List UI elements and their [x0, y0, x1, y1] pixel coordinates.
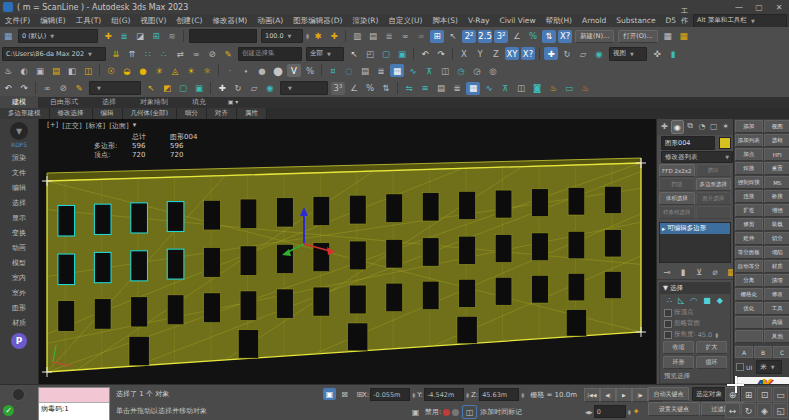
viewport-menu-arrow[interactable]: ▾ [133, 121, 137, 131]
save-icon[interactable]: ▦ [661, 30, 675, 43]
menu-item-7[interactable]: 动画(A) [252, 16, 288, 26]
shading-full-icon[interactable]: ⬤ [271, 64, 285, 77]
plugin-abc-button-1[interactable]: B [754, 346, 772, 358]
unlink-icon[interactable]: ⊘ [205, 47, 219, 60]
save-as-icon[interactable]: ▦ [677, 30, 691, 43]
orbit-light-icon[interactable]: ◐ [17, 64, 31, 77]
workspace-dropdown[interactable]: Alt 菜单和工具栏▼ [693, 14, 787, 28]
plugin-button-l-5[interactable]: 连接 [735, 190, 763, 203]
orbit-icon[interactable]: ↻ [741, 403, 756, 418]
zoom-all-icon[interactable]: ⊞ [741, 387, 756, 402]
mirror-icon[interactable]: ⇋ [402, 82, 416, 95]
ring-button[interactable]: 环形 [663, 356, 694, 369]
lamp-icon[interactable]: ¤ [326, 64, 340, 77]
doc-icon[interactable]: ▤ [366, 30, 380, 43]
menu-item-16[interactable]: Substance [611, 16, 660, 26]
redo-icon[interactable]: ↷ [434, 47, 448, 60]
gear-icon[interactable]: ✱ [311, 30, 325, 43]
sidebar-item-8[interactable]: 室内 [12, 270, 26, 285]
plugin-button-r-9[interactable]: 塌陷 [764, 246, 789, 259]
prev-frame-button[interactable]: ◀| [600, 388, 616, 402]
plugin-button-r-0[interactable]: 视图 [764, 120, 789, 133]
sidebar-item-3[interactable]: 选择 [12, 195, 26, 210]
viewport-layout-icon[interactable]: ▦ [1, 30, 15, 43]
sidebar-item-5[interactable]: 变换 [12, 225, 26, 240]
plugin-button-l-8[interactable]: 延伸 [735, 232, 763, 245]
spinner-snap-icon[interactable]: ⇅ [542, 30, 556, 43]
autosave-clock-icon[interactable]: ◷ [454, 64, 468, 77]
frame-step-icon[interactable]: ◀▶ [585, 409, 593, 415]
menu-item-8[interactable]: 图形编辑器(D) [288, 16, 347, 26]
menu-item-6[interactable]: 修改器(M) [207, 16, 252, 26]
plugin-abc-button-0[interactable]: A [735, 346, 753, 358]
sidebar-item-9[interactable]: 室外 [12, 285, 26, 300]
sphere-light-icon[interactable]: ● [136, 64, 150, 77]
shading-mid-icon[interactable]: ∙ [239, 64, 253, 77]
auto-key-button[interactable]: 自动关键点 [648, 387, 689, 401]
ribbon-panel-3[interactable]: 几何体(全部) [123, 108, 178, 119]
link-icon[interactable]: ∞ [189, 47, 203, 60]
ribbon-panel-1[interactable]: 修改选择 [50, 108, 93, 119]
sidebar-item-10[interactable]: 图形 [12, 300, 26, 315]
pivot-icon[interactable]: ◉ [263, 82, 277, 95]
stack-view-icon[interactable]: ≣ [374, 64, 388, 77]
snap-toggle3-icon[interactable]: 3³ [331, 82, 345, 95]
material-editor-icon[interactable]: ◙ [530, 82, 544, 95]
dope-sheet2-icon[interactable]: ⊼ [498, 82, 512, 95]
shading-low-icon[interactable]: · [223, 64, 237, 77]
teapot-icon[interactable]: ♨ [1, 64, 15, 77]
spline-select-button[interactable]: 样条线选择 [659, 206, 695, 219]
frame-spinner[interactable]: ▲▼ [628, 409, 631, 415]
by-vertex-checkbox[interactable] [664, 309, 672, 317]
viewport[interactable]: [+][正交][标准][边面] ▾ 总计 图形004 多边形: 596 596 … [39, 119, 656, 384]
ffd-2x2x2-button[interactable]: FFD 2x2x2 [659, 164, 695, 177]
z-spinner[interactable]: ▲▼ [521, 392, 524, 398]
move-icon[interactable]: ✚ [544, 47, 558, 60]
layer-manager-icon[interactable]: ≣ [117, 30, 131, 43]
viewport-label-segment-2[interactable]: [标准] [86, 121, 105, 131]
layer-dropdown[interactable]: 0 (默认)▼ [18, 29, 98, 43]
menu-item-1[interactable]: 编辑(E) [35, 16, 71, 26]
align-grid-icon[interactable]: ∷ [141, 47, 155, 60]
sky-icon[interactable]: ☼ [200, 64, 214, 77]
plus-icon[interactable]: ✚ [327, 30, 341, 43]
menu-item-14[interactable]: 帮助(H) [541, 16, 578, 26]
dashed-circle-icon[interactable]: ◌ [342, 64, 356, 77]
angle-snap-icon[interactable]: ∠ [510, 30, 524, 43]
rotate-icon[interactable]: ↻ [560, 47, 574, 60]
menu-item-17[interactable]: D5 [661, 16, 682, 26]
menu-item-12[interactable]: V-Ray [463, 16, 494, 26]
curve-editor2-icon[interactable]: ∿ [482, 82, 496, 95]
sidebar-item-2[interactable]: 编辑 [12, 180, 26, 195]
by-angle-value[interactable]: 45.0 [698, 331, 712, 339]
unit-dropdown[interactable]: 米▼ [756, 360, 782, 374]
polygon-icon[interactable]: ■ [703, 296, 711, 305]
unlink-chain-icon[interactable]: ∞ [414, 30, 428, 43]
maximize-viewport-icon[interactable]: ◱ [773, 403, 788, 418]
bind2-icon[interactable]: ✎ [72, 82, 86, 95]
listener-output[interactable]: 病毒码:1 [39, 403, 109, 420]
rotate2-icon[interactable]: ↻ [231, 82, 245, 95]
isolate-toggle-icon[interactable]: ▣ [323, 388, 336, 400]
pin-stack-icon[interactable]: ⊸ [660, 265, 674, 278]
plugin-button-r-10[interactable]: 材质 [764, 260, 789, 273]
create-tab-icon[interactable]: ✚ [659, 120, 670, 132]
idle-dot-icon[interactable] [452, 409, 459, 416]
menu-item-15[interactable]: Arnold [577, 16, 611, 26]
list-view-icon[interactable]: ▤ [358, 64, 372, 77]
poly-select-button[interactable]: 多边形选择 [696, 178, 732, 191]
modifier-stack[interactable]: ▸ 可编辑多边形 [659, 222, 731, 263]
plugin-button-r-15[interactable]: 其他 [764, 330, 789, 343]
x-spinner[interactable]: ▲▼ [412, 392, 415, 398]
plugin-button-l-10[interactable]: 自动等分 [735, 260, 763, 273]
make-unique-icon[interactable]: ⊻ [692, 265, 706, 278]
sidebar-logo-icon[interactable]: ▼ [10, 122, 28, 140]
keyboard-shortcut-icon[interactable]: ▮ [666, 47, 680, 60]
unlink2-icon[interactable]: ⊘ [56, 82, 70, 95]
select-link2-icon[interactable]: ∞ [40, 82, 54, 95]
plugin-button-r-3[interactable]: 重置 [764, 162, 789, 175]
tab-freeform[interactable]: 自由形式 [38, 96, 90, 108]
placement-icon[interactable]: ◉ [592, 47, 606, 60]
plugin-button-l-6[interactable]: 扩造 [735, 204, 763, 217]
selection-rollout-header[interactable]: ▼ 选择 [660, 283, 730, 294]
